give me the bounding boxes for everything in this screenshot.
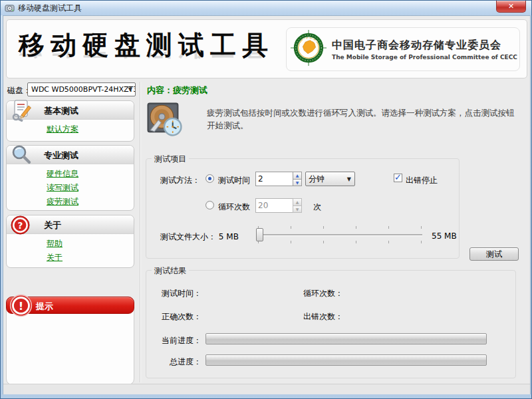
sidebar-link-help[interactable]: 帮助 — [47, 237, 134, 251]
disk-select[interactable]: WDC WD5000BPVT-24HXZT3 ▼ — [27, 82, 136, 96]
current-progress-label: 当前进度： — [154, 335, 201, 346]
total-progress-bar — [205, 354, 487, 366]
cycle-spin-up-icon[interactable]: ▲ — [293, 198, 302, 206]
total-progress-label: 总进度： — [154, 356, 201, 368]
organization-block: MSCC 中国电子商会移动存储专业委员会 The Mobile Storage … — [286, 27, 520, 71]
header-banner: 移动硬盘测试工具 移动硬盘测试工具 MSCC 中国电子商会移动存储专业委员会 T… — [6, 19, 527, 78]
slider-ticks-bottom — [258, 241, 424, 243]
content-header: 内容：疲劳测试 — [147, 84, 207, 96]
panel-pro-test-header: 专业测试 — [7, 146, 134, 164]
mscc-logo-icon: MSCC — [291, 30, 327, 68]
group-test-results-title: 测试结果 — [152, 265, 189, 277]
panel-about-title: 关于 — [44, 219, 61, 231]
method-label: 测试方法： — [160, 175, 200, 186]
organization-name-cn: 中国电子商会移动存储专业委员会 — [332, 39, 517, 53]
close-icon: ✕ — [508, 2, 514, 11]
group-test-items: 测试项目 — [146, 158, 460, 259]
cycle-value-spinner: ▲ ▼ — [255, 198, 302, 213]
exclamation-icon: ! — [9, 294, 33, 320]
cycle-unit-label: 次 — [313, 201, 321, 213]
sidebar-link-readwrite-test[interactable]: 读写测试 — [47, 181, 134, 195]
question-icon: ? — [10, 215, 31, 238]
time-spin-down-icon[interactable]: ▼ — [293, 180, 302, 187]
sidebar-link-fatigue-test[interactable]: 疲劳测试 — [47, 195, 134, 209]
radio-cycle-count[interactable] — [205, 201, 214, 209]
organization-name-en: The Mobile Storage of Professional Commi… — [332, 54, 517, 61]
slider-thumb[interactable] — [256, 228, 263, 241]
sidebar-link-default-plan[interactable]: 默认方案 — [47, 122, 134, 136]
panel-about: ? 关于 帮助 关于 — [6, 215, 134, 268]
time-value-input[interactable] — [255, 172, 293, 186]
panel-tips: 提示 ! — [6, 297, 134, 385]
harddisk-clock-icon — [146, 100, 184, 140]
app-icon — [5, 3, 15, 13]
result-time-label: 测试时间： — [154, 288, 201, 299]
organization-names: 中国电子商会移动存储专业委员会 The Mobile Storage of Pr… — [332, 39, 517, 61]
time-spin-up-icon[interactable]: ▲ — [293, 172, 302, 180]
panel-basic-test-header: 基本测试 — [7, 101, 134, 120]
radio-test-time[interactable] — [205, 174, 214, 183]
document-tools-icon — [10, 99, 34, 124]
close-button[interactable]: ✕ — [496, 1, 526, 13]
sidebar-link-hardware-info[interactable]: 硬件信息 — [47, 167, 134, 181]
status-bar — [3, 384, 530, 394]
stop-on-error-checkbox[interactable] — [394, 174, 402, 182]
radio-cycle-count-label: 循环次数 — [218, 201, 250, 213]
chevron-down-icon: ▼ — [128, 83, 132, 96]
stop-on-error-label: 出错停止 — [406, 175, 438, 186]
app-window: 移动硬盘测试工具 ✕ 移动硬盘测试工具 移动硬盘测试工具 MSCC 中 — [0, 0, 532, 399]
panel-pro-test-title: 专业测试 — [44, 150, 78, 162]
titlebar: 移动硬盘测试工具 ✕ — [1, 1, 531, 15]
content-description: 疲劳测试包括按时间或次数进行循环写入测试。请选择一种测试方案，点击测试按钮开始测… — [207, 106, 522, 132]
sidebar-divider — [140, 82, 140, 382]
chevron-down-icon: ▼ — [347, 172, 351, 186]
svg-text:!: ! — [19, 300, 23, 313]
result-error-label: 出错次数： — [303, 311, 343, 323]
time-unit-select[interactable]: 分钟 ▼ — [305, 172, 355, 186]
magnifier-icon — [10, 144, 33, 169]
cycle-value-input[interactable] — [255, 198, 293, 213]
svg-text:?: ? — [18, 220, 23, 231]
window-title: 移动硬盘测试工具 — [18, 3, 82, 14]
disk-select-value: WDC WD5000BPVT-24HXZT3 — [31, 85, 136, 94]
panel-about-header: ? 关于 — [7, 215, 134, 234]
current-progress-bar — [205, 333, 487, 344]
radio-test-time-label: 测试时间 — [218, 175, 250, 186]
time-value-spinner: ▲ ▼ — [255, 172, 302, 186]
test-button[interactable]: 测试 — [469, 247, 519, 261]
slider-ticks-top — [258, 226, 424, 229]
filesize-label: 测试文件大小： 5 MB — [160, 231, 239, 243]
sidebar-link-about[interactable]: 关于 — [47, 251, 134, 265]
filesize-max-value: 55 MB — [432, 231, 457, 241]
group-test-items-title: 测试项目 — [152, 154, 189, 165]
panel-tips-title: 提示 — [36, 301, 53, 313]
result-cycles-label: 循环次数： — [303, 288, 343, 299]
filesize-min-value: 5 MB — [219, 232, 239, 241]
filesize-slider[interactable] — [255, 226, 424, 243]
panel-basic-test-title: 基本测试 — [44, 105, 78, 117]
result-correct-label: 正确次数： — [154, 311, 201, 323]
cycle-spin-down-icon[interactable]: ▼ — [293, 206, 302, 213]
panel-pro-test: 专业测试 硬件信息 读写测试 疲劳测试 — [6, 145, 134, 211]
time-unit-value: 分钟 — [309, 174, 325, 184]
slider-track — [257, 234, 422, 235]
banner-title-reflection: 移动硬盘测试工具 — [19, 52, 274, 64]
panel-basic-test: 基本测试 默认方案 — [6, 100, 134, 142]
